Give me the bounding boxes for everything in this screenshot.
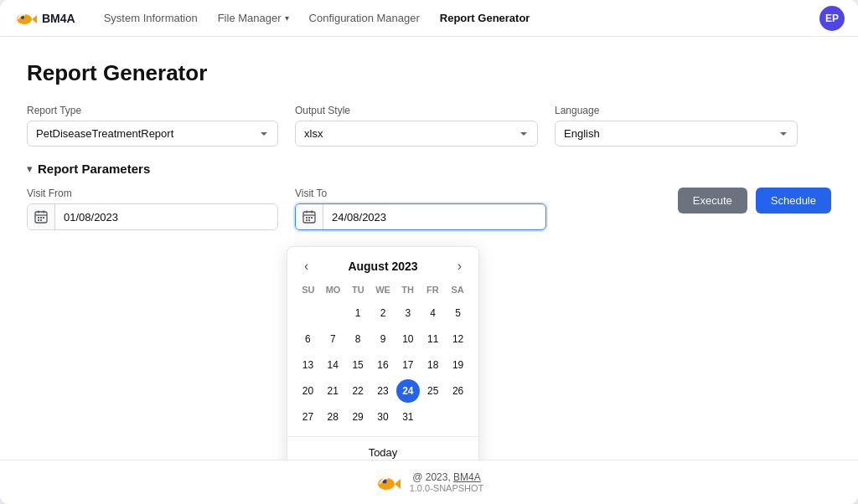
- calendar-day-12[interactable]: 12: [447, 327, 470, 351]
- calendar-day-25[interactable]: 25: [421, 379, 445, 403]
- visit-from-label: Visit From: [27, 188, 278, 199]
- calendar-day-4[interactable]: 4: [421, 301, 445, 325]
- logo[interactable]: BM4A: [13, 7, 75, 30]
- nav-config-manager[interactable]: Configuration Manager: [301, 8, 428, 28]
- dow-fr: FR: [421, 282, 446, 297]
- nav-system-info[interactable]: System Information: [96, 8, 206, 28]
- svg-marker-20: [395, 479, 401, 489]
- calendar-dow-row: SU MO TU WE TH FR SA: [296, 282, 470, 297]
- dow-tu: TU: [345, 282, 370, 297]
- calendar-day-2[interactable]: 2: [371, 301, 395, 325]
- svg-rect-8: [43, 217, 44, 219]
- section-chevron-icon[interactable]: ▾: [27, 162, 33, 175]
- calendar-month-label: August 2023: [348, 260, 417, 273]
- calendar-day-24[interactable]: 24: [396, 379, 420, 403]
- dow-we: WE: [370, 282, 395, 297]
- dow-sa: SA: [445, 282, 470, 297]
- footer-copyright-text: @ 2023,: [412, 471, 451, 483]
- calendar-days-grid: 1234567891011121314151617181920212223242…: [296, 301, 470, 429]
- calendar-day-23[interactable]: 23: [371, 379, 395, 403]
- calendar-day-11[interactable]: 11: [421, 327, 445, 351]
- calendar-next-btn[interactable]: ›: [452, 257, 467, 275]
- calendar-day-9[interactable]: 9: [371, 327, 395, 351]
- svg-marker-1: [32, 15, 37, 23]
- svg-rect-4: [38, 211, 39, 213]
- calendar-day-13[interactable]: 13: [296, 353, 319, 377]
- chevron-down-icon: ▾: [285, 13, 289, 23]
- calendar-prev-btn[interactable]: ‹: [299, 257, 313, 275]
- visit-to-calendar-icon-btn[interactable]: [296, 204, 323, 229]
- calendar-day-6[interactable]: 6: [296, 327, 319, 351]
- calendar-day-16[interactable]: 16: [371, 353, 395, 377]
- output-style-label: Output Style: [295, 105, 538, 116]
- visit-to-group: Visit To: [295, 188, 546, 230]
- calendar-day-19[interactable]: 19: [447, 353, 470, 377]
- page-title: Report Generator: [27, 60, 831, 86]
- report-type-select[interactable]: PetDiseaseTreatmentReport: [27, 121, 278, 147]
- schedule-button[interactable]: Schedule: [756, 188, 831, 213]
- calendar-header: ‹ August 2023 ›: [287, 247, 478, 282]
- section-header: ▾ Report Parameters: [27, 162, 831, 176]
- dow-su: SU: [296, 282, 321, 297]
- calendar-popup: ‹ August 2023 › SU MO TU WE TH FR SA: [287, 246, 479, 460]
- svg-point-0: [17, 14, 32, 24]
- avatar[interactable]: EP: [819, 6, 845, 31]
- calendar-day-26[interactable]: 26: [447, 379, 470, 403]
- visit-from-wrapper: [27, 203, 278, 230]
- nav-report-generator[interactable]: Report Generator: [432, 8, 539, 28]
- calendar-day-22[interactable]: 22: [346, 379, 370, 403]
- svg-rect-16: [311, 217, 313, 219]
- footer-copyright: @ 2023, BM4A: [410, 471, 484, 483]
- calendar-grid: SU MO TU WE TH FR SA 1234567891011121314…: [287, 282, 478, 429]
- svg-rect-14: [306, 217, 308, 219]
- svg-rect-17: [306, 219, 308, 221]
- language-group: Language English: [555, 105, 798, 147]
- svg-rect-7: [40, 217, 42, 219]
- calendar-icon: [34, 210, 48, 224]
- report-type-group: Report Type PetDiseaseTreatmentReport: [27, 105, 278, 147]
- calendar-day-28[interactable]: 28: [321, 405, 344, 429]
- footer-brand-link[interactable]: BM4A: [453, 471, 481, 483]
- visit-to-input[interactable]: [323, 205, 545, 229]
- svg-point-19: [378, 478, 395, 490]
- calendar-day-27[interactable]: 27: [296, 405, 319, 429]
- calendar-icon-2: [302, 210, 316, 224]
- nav-file-manager[interactable]: File Manager ▾: [209, 8, 297, 28]
- calendar-day-29[interactable]: 29: [346, 405, 370, 429]
- calendar-day-17[interactable]: 17: [396, 353, 420, 377]
- calendar-day-8[interactable]: 8: [346, 327, 370, 351]
- calendar-day-empty: [321, 301, 344, 325]
- visit-from-calendar-icon-btn[interactable]: [28, 204, 55, 229]
- svg-rect-13: [311, 211, 313, 213]
- visit-from-group: Visit From: [27, 188, 278, 230]
- output-style-select[interactable]: xlsx: [295, 121, 538, 147]
- calendar-day-30[interactable]: 30: [371, 405, 395, 429]
- visit-from-input[interactable]: [55, 205, 277, 229]
- language-label: Language: [555, 105, 798, 116]
- svg-rect-12: [306, 211, 308, 213]
- calendar-day-1[interactable]: 1: [346, 301, 370, 325]
- execute-button[interactable]: Execute: [678, 188, 747, 213]
- navbar: BM4A System Information File Manager ▾ C…: [0, 0, 858, 37]
- calendar-today-btn[interactable]: Today: [369, 444, 398, 460]
- calendar-day-21[interactable]: 21: [321, 379, 344, 403]
- calendar-day-empty: [447, 405, 470, 429]
- calendar-footer: Today Clear: [287, 436, 478, 460]
- calendar-day-5[interactable]: 5: [447, 301, 470, 325]
- calendar-day-15[interactable]: 15: [346, 353, 370, 377]
- calendar-day-7[interactable]: 7: [321, 327, 344, 351]
- footer: @ 2023, BM4A 1.0.0-SNAPSHOT: [0, 460, 858, 504]
- language-select[interactable]: English: [555, 121, 798, 147]
- form-row-top: Report Type PetDiseaseTreatmentReport Ou…: [27, 105, 831, 147]
- calendar-day-empty: [421, 405, 445, 429]
- action-buttons: Execute Schedule: [678, 188, 831, 213]
- calendar-day-10[interactable]: 10: [396, 327, 420, 351]
- report-type-label: Report Type: [27, 105, 278, 116]
- calendar-day-3[interactable]: 3: [396, 301, 420, 325]
- dow-th: TH: [395, 282, 421, 297]
- calendar-day-20[interactable]: 20: [296, 379, 319, 403]
- calendar-day-31[interactable]: 31: [396, 405, 420, 429]
- calendar-day-18[interactable]: 18: [421, 353, 445, 377]
- svg-rect-6: [38, 217, 39, 219]
- calendar-day-14[interactable]: 14: [321, 353, 344, 377]
